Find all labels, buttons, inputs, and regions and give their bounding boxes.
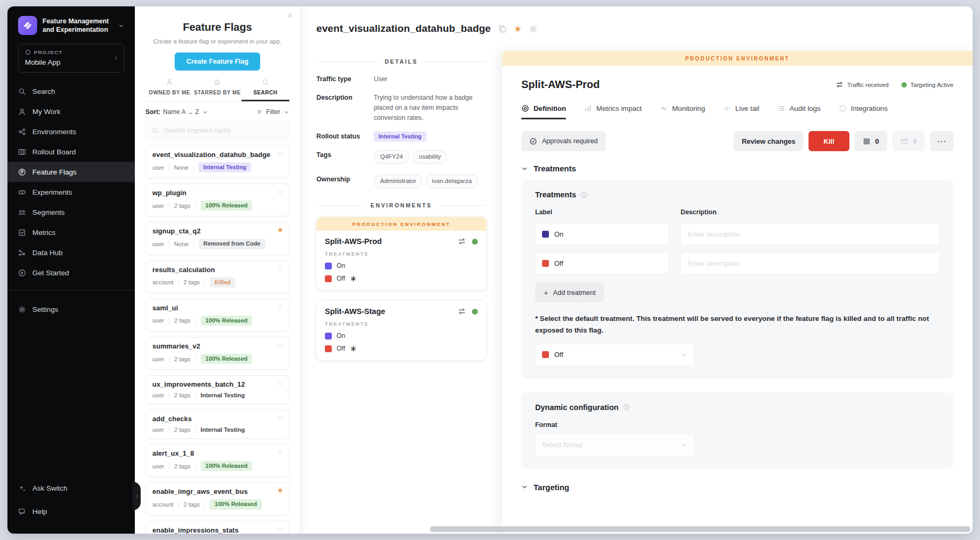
add-treatment-button[interactable]: + Add treatment [535, 283, 604, 302]
star-icon[interactable]: ☆ [277, 150, 283, 157]
environments-heading: ENVIRONMENTS [316, 202, 486, 208]
tab-metrics-impact[interactable]: Metrics impact [584, 104, 642, 119]
ownership-label: Ownership [316, 175, 367, 183]
sidebar-item-environments[interactable]: Environments [7, 121, 135, 142]
tab-label: Monitoring [672, 104, 705, 112]
environment-card-split-aws-prod[interactable]: PRODUCTION ENVIRONMENTSplit-AWS-ProdTREA… [316, 217, 486, 290]
star-icon[interactable]: ★ [277, 486, 283, 494]
list-item-enable-impressions-stats[interactable]: enable_impressions_stats☆account2 tagsPr… [145, 521, 289, 534]
asterisk-icon [350, 275, 357, 282]
list-item-alert-ux-1-8[interactable]: alert_ux_1_8☆user2 tags100% Released [145, 444, 289, 477]
sidebar-settings-nav: Settings [7, 299, 135, 319]
star-icon[interactable]: ☆ [277, 265, 283, 272]
tab-live-tail[interactable]: Live tail [723, 104, 759, 119]
tag-pill[interactable]: Q4FY24 [374, 150, 409, 164]
info-icon[interactable] [580, 191, 588, 198]
star-icon[interactable]: ☆ [277, 379, 283, 387]
sidebar-item-experiments[interactable]: Experiments [7, 182, 135, 202]
sidebar-item-get-started[interactable]: Get Started [7, 263, 135, 283]
sidebar-item-help[interactable]: Help [7, 500, 135, 523]
star-icon[interactable]: ☆ [277, 525, 283, 533]
tab-monitoring[interactable]: Monitoring [660, 104, 705, 119]
tag-pill[interactable]: usability [412, 150, 448, 164]
rules-count-button[interactable]: 0 [855, 131, 887, 151]
chevron-down-icon[interactable] [118, 22, 124, 30]
star-icon[interactable]: ☆ [277, 414, 283, 421]
filter-control[interactable]: Filter [256, 108, 289, 116]
list-item-enable-imgr-aws-event-bus[interactable]: enable_imgr_aws_event_bus★account2 tags1… [145, 482, 289, 515]
list-item-add-checks[interactable]: add_checks☆user2 tagsInternal Testing [145, 410, 289, 439]
sidebar-item-ask-switch[interactable]: Ask Switch [7, 476, 135, 500]
rollout-status-label: Rollout status [316, 132, 367, 140]
treatments-section-header[interactable]: Treatments [521, 164, 953, 173]
format-select[interactable]: Select format [535, 434, 694, 456]
description-value: Trying to understand how a badge placed … [374, 93, 486, 123]
treatment-label: On [337, 262, 345, 269]
treatment-description-input[interactable] [681, 223, 940, 245]
default-treatment-select[interactable]: Off [535, 344, 694, 366]
review-changes-button[interactable]: Review changes [734, 131, 803, 151]
star-icon[interactable]: ☆ [277, 341, 283, 349]
treatment-description-input[interactable] [681, 252, 940, 274]
tab-search[interactable]: SEARCH [242, 79, 289, 101]
sidebar-item-settings[interactable]: Settings [7, 299, 135, 319]
star-icon[interactable]: ☆ [277, 448, 283, 456]
list-item-results-calculation[interactable]: results_calculation☆account2 tagsKilled [145, 260, 289, 293]
chevron-down-icon [681, 352, 687, 358]
list-item-event-visualization-datahub-badge[interactable]: event_visualization_datahub_badge☆userNo… [145, 145, 289, 178]
sidebar-item-data-hub[interactable]: Data Hub [7, 242, 135, 263]
sidebar-item-segments[interactable]: Segments [7, 202, 135, 222]
gear-icon[interactable] [529, 24, 538, 33]
owner-pill[interactable]: Administrator [374, 175, 423, 188]
info-icon[interactable] [623, 404, 630, 411]
flag-header: event_visualization_datahub_badge ★ [300, 6, 973, 51]
flag-search-input[interactable] [163, 126, 283, 135]
more-options-button[interactable]: ⋯ [930, 131, 953, 151]
status-badge: Internal Testing [201, 426, 245, 433]
close-icon[interactable]: × [287, 11, 293, 20]
targeting-section-header[interactable]: Targeting [521, 483, 953, 492]
horizontal-scrollbar[interactable] [430, 526, 970, 532]
owner-pill[interactable]: ivan.delagarza [426, 175, 478, 188]
project-selector[interactable]: PROJECT Mobile App [18, 43, 124, 73]
treatment-label: On [554, 230, 563, 238]
sidebar-item-search[interactable]: Search [7, 81, 135, 101]
tab-starred-by-me[interactable]: STARRED BY ME [193, 79, 241, 101]
status-badge: 100% Released [201, 354, 253, 364]
sidebar-collapse-handle[interactable] [133, 482, 141, 510]
tab-owned-by-me[interactable]: OWNED BY ME [145, 79, 193, 101]
app-logo-row[interactable]: Feature Management and Experimentation [18, 16, 124, 35]
create-feature-flag-button[interactable]: Create Feature Flag [175, 53, 260, 71]
production-environment-banner: PRODUCTION ENVIRONMENT [316, 217, 486, 231]
details-panel: DETAILS Traffic type User Description Tr… [300, 51, 502, 534]
tab-audit-logs[interactable]: Audit logs [777, 104, 820, 119]
environment-card-split-aws-stage[interactable]: Split-AWS-StageTREATMENTSOnOff [316, 301, 486, 360]
list-item-summaries-v2[interactable]: summaries_v2☆user2 tags100% Released [145, 337, 289, 370]
flag-name: ux_improvements_batch_12 [152, 380, 282, 388]
treatment-label-input[interactable]: On [535, 223, 669, 245]
list-item-signup-cta-q2[interactable]: signup_cta_q2★userNoneRemoved from Code [145, 222, 289, 255]
star-icon[interactable]: ★ [277, 226, 283, 233]
transfer-arrows-icon [836, 81, 844, 89]
list-item-ux-improvements-batch-12[interactable]: ux_improvements_batch_12☆user2 tagsInter… [145, 375, 289, 404]
approvals-required-button[interactable]: Approvals required [521, 131, 606, 151]
sidebar-item-rollout-board[interactable]: Rollout Board [7, 142, 135, 162]
list-item-wp-plugin[interactable]: wp_plugin☆user2 tags100% Released [145, 184, 289, 216]
star-icon[interactable]: ★ [514, 24, 522, 33]
tab-definition[interactable]: Definition [521, 104, 566, 119]
treatments-card: Treatments Label Description OnOff + Add… [521, 180, 953, 379]
star-icon[interactable]: ☆ [277, 303, 283, 310]
divider [178, 501, 179, 508]
sidebar-item-feature-flags[interactable]: Feature Flags [7, 162, 135, 182]
treatment-label-input[interactable]: Off [535, 252, 669, 274]
copy-icon[interactable] [498, 24, 507, 33]
sidebar-item-metrics[interactable]: Metrics [7, 222, 135, 242]
sort-control[interactable]: Sort: Name A → Z [145, 108, 208, 116]
kill-button[interactable]: Kill [809, 131, 849, 151]
details-heading: DETAILS [316, 58, 486, 65]
tab-integrations[interactable]: Integrations [839, 104, 888, 119]
list-item-saml-ui[interactable]: saml_ui☆user2 tags100% Released [145, 299, 289, 332]
star-icon[interactable]: ☆ [277, 188, 283, 195]
sidebar-item-my-work[interactable]: My Work [7, 101, 135, 121]
alerts-count-button[interactable]: 0 [892, 131, 925, 151]
